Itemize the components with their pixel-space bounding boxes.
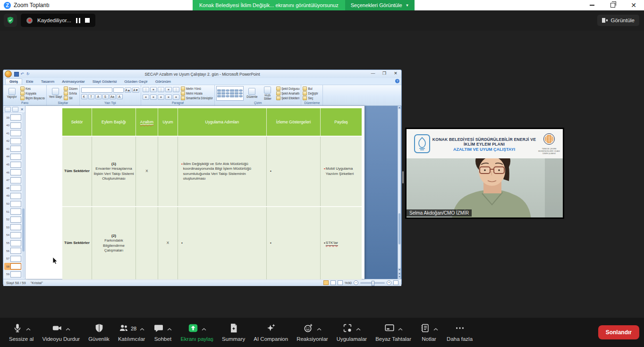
ribbon-item-sil[interactable]: Sil xyxy=(64,96,77,100)
panel-splitter-handle[interactable] xyxy=(402,171,404,183)
slide-thumbnail-59[interactable]: 59 xyxy=(4,271,21,278)
ribbon-item-ekil-dolgusu[interactable]: Şekil Dolgusu xyxy=(276,87,300,91)
slide-thumbnail-51[interactable]: 51 xyxy=(4,208,21,215)
font-family-select[interactable] xyxy=(81,87,112,93)
minimize-button[interactable] xyxy=(582,0,602,10)
help-icon[interactable]: ? xyxy=(395,79,399,83)
toolbar-g-venlik-button[interactable]: Güvenlik xyxy=(84,321,114,344)
ribbon-item-metin-y-n[interactable]: Metin Yönü xyxy=(181,87,213,91)
alignment-button[interactable]: ≡ xyxy=(143,95,149,100)
meeting-security-badge[interactable] xyxy=(4,14,17,27)
list-indent-button[interactable]: ⋮ xyxy=(158,87,164,92)
ribbon-item-de-i-tir[interactable]: Değiştir xyxy=(303,91,318,95)
toolbar-beyaz-tahtalar-button[interactable]: Beyaz Tahtalar xyxy=(371,321,415,344)
ribbon-item-yeni-slayt[interactable]: Yeni Slayt xyxy=(48,86,62,101)
list-indent-button[interactable]: ⋮ xyxy=(143,87,149,92)
toolbar-daha-fazla-button[interactable]: Daha fazla xyxy=(442,321,477,344)
ribbon-item-kopyala[interactable]: Kopyala xyxy=(20,91,45,95)
ribbon-item-metni-hizala[interactable]: Metni Hizala xyxy=(181,91,213,95)
ribbon-item-d-zen[interactable]: Düzen xyxy=(64,87,77,91)
chevron-up-icon[interactable] xyxy=(356,325,361,332)
thumbnail-scrollbar[interactable] xyxy=(22,113,25,278)
ppt-tab-g-r-n-m[interactable]: Görünüm xyxy=(152,79,175,85)
shrink-font-button[interactable]: A▼ xyxy=(132,87,139,93)
ppt-tab-slayt-g-sterisi[interactable]: Slayt Gösterisi xyxy=(89,79,121,85)
font-size-select[interactable] xyxy=(113,87,124,93)
scroll-up-icon[interactable]: ▲ xyxy=(398,106,401,109)
toolbar-reaksiyonlar-button[interactable]: Reaksiyonlar xyxy=(292,321,332,344)
prev-next-slide-buttons[interactable]: ▲▼ xyxy=(398,272,401,279)
slide-thumbnail-54[interactable]: 54 xyxy=(4,232,21,239)
end-meeting-button[interactable]: Sonlandır xyxy=(598,325,639,339)
font-style-button-k[interactable]: K xyxy=(81,94,87,99)
toolbar-ai-companion-button[interactable]: AI Companion xyxy=(249,321,292,344)
ribbon-item-bi-im-boyac-s[interactable]: Biçim Boyacısı xyxy=(20,96,45,100)
toolbar-sohbet-button[interactable]: Sohbet xyxy=(149,321,176,344)
outline-tab[interactable] xyxy=(12,107,18,112)
slide-thumbnail-39[interactable]: 39 xyxy=(4,114,21,121)
ribbon-item-d-zenle[interactable]: Düzenle xyxy=(245,86,259,101)
alignment-button[interactable]: ≡ xyxy=(173,95,179,100)
font-style-button-a[interactable]: A xyxy=(117,94,123,99)
close-button[interactable]: ✕ xyxy=(623,0,644,10)
slide-thumbnail-56[interactable]: 56 xyxy=(4,247,21,254)
save-icon[interactable] xyxy=(14,72,19,77)
ppt-tab-tasar-m[interactable]: Tasarım xyxy=(37,79,58,85)
slide-thumbnail-50[interactable]: 50 xyxy=(4,200,21,208)
slide-sorter-view-button[interactable] xyxy=(330,280,336,285)
office-button[interactable] xyxy=(5,70,12,78)
list-indent-button[interactable]: ⋮ xyxy=(173,87,179,92)
stop-recording-button[interactable] xyxy=(85,18,90,23)
ribbon-item-bul[interactable]: Bul xyxy=(303,87,318,91)
chevron-up-icon[interactable] xyxy=(26,325,31,332)
undo-icon[interactable]: ↶ xyxy=(20,72,25,76)
slide-thumbnail-41[interactable]: 41 xyxy=(4,130,21,137)
zoom-slider-thumb[interactable] xyxy=(372,281,374,286)
toolbar-ekran-payla-button[interactable]: Ekranı paylaş xyxy=(176,321,218,344)
list-indent-button[interactable]: ≡ xyxy=(150,87,157,92)
slide-thumbnail-52[interactable]: 52 xyxy=(4,216,21,223)
chevron-up-icon[interactable] xyxy=(433,325,438,332)
slides-tab[interactable] xyxy=(5,107,11,112)
zoom-slider[interactable] xyxy=(360,282,385,284)
ribbon-item-s-f-rla[interactable]: Sıfırla xyxy=(64,91,77,95)
toolbar-kat-l-mc-lar-button[interactable]: 28Katılımcılar xyxy=(114,321,150,344)
slide-thumbnail-57[interactable]: 57 xyxy=(4,255,21,262)
toolbar-uygulamalar-button[interactable]: Uygulamalar xyxy=(332,321,372,344)
chevron-up-icon[interactable] xyxy=(66,325,70,332)
panel-close-icon[interactable]: ✕ xyxy=(20,107,24,112)
ppt-restore-button[interactable]: ❐ xyxy=(381,71,388,76)
view-options-button[interactable]: Seçenekleri Görüntüle ▼ xyxy=(345,0,415,10)
font-style-button-aa[interactable]: Aa xyxy=(110,94,116,99)
slide-thumbnail-40[interactable]: 40 xyxy=(4,122,21,129)
toolbar-summary-button[interactable]: Summary xyxy=(218,321,249,344)
toolbar-videoyu-durdur-button[interactable]: Videoyu Durdur xyxy=(38,321,84,344)
ppt-tab-giri[interactable]: Giriş xyxy=(5,78,22,85)
chevron-up-icon[interactable] xyxy=(317,325,322,332)
ribbon-item-kes[interactable]: Kes xyxy=(20,87,45,91)
view-layout-button[interactable]: Görüntüle xyxy=(597,15,639,26)
slide-thumbnail-53[interactable]: 53 xyxy=(4,224,21,231)
alignment-button[interactable]: ≡ xyxy=(165,95,172,100)
zoom-in-button[interactable]: + xyxy=(387,280,391,285)
font-style-button-s[interactable]: S xyxy=(102,94,109,99)
slide-thumbnail-49[interactable]: 49 xyxy=(4,192,21,200)
ppt-tab-animasyonlar[interactable]: Animasyonlar xyxy=(58,79,88,85)
grow-font-button[interactable]: A▲ xyxy=(125,87,132,93)
slide-thumbnail-44[interactable]: 44 xyxy=(4,153,21,160)
chevron-up-icon[interactable] xyxy=(202,325,206,332)
slide-scrollbar[interactable]: ▲ ▼ ▲▼ xyxy=(398,106,401,279)
slide-thumbnail-45[interactable]: 45 xyxy=(4,161,21,168)
slide-thumbnail-47[interactable]: 47 xyxy=(4,177,21,184)
ribbon-item-h-zl-stiller[interactable]: Hızlı Stiller xyxy=(261,86,275,101)
pause-recording-button[interactable] xyxy=(76,18,80,23)
ppt-minimize-button[interactable]: — xyxy=(369,71,377,76)
slide-thumbnail-46[interactable]: 46 xyxy=(4,169,21,176)
toolbar-notlar-button[interactable]: Notlar xyxy=(415,321,442,344)
ppt-tab-ekle[interactable]: Ekle xyxy=(22,79,37,85)
slide-thumbnail-42[interactable]: 42 xyxy=(4,138,21,145)
ppt-tab-g-zden-ge-ir[interactable]: Gözden Geçir xyxy=(120,79,151,85)
ribbon-item-ekil-anahatt[interactable]: Şekil Anahattı xyxy=(276,91,300,95)
zoom-out-button[interactable]: − xyxy=(354,280,358,285)
ribbon-item-smartart-a-d-n-t-r[interactable]: SmartArt'a Dönüştür xyxy=(181,96,213,100)
